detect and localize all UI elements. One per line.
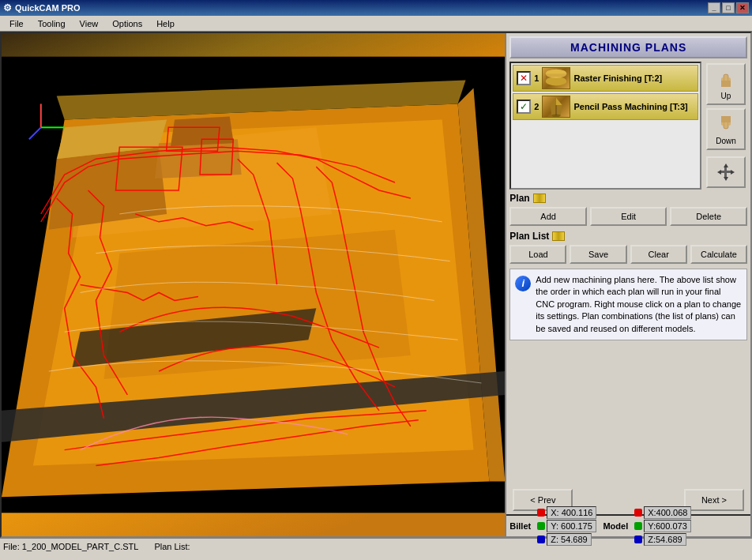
plan-checkbox-2[interactable]: ✓ xyxy=(517,100,531,114)
svg-marker-39 xyxy=(717,170,721,175)
move-button[interactable] xyxy=(706,156,746,188)
load-button[interactable]: Load xyxy=(509,245,566,264)
plan-icon-1 xyxy=(542,67,570,89)
svg-rect-36 xyxy=(724,166,727,179)
plan-buttons-row: Add Edit Delete xyxy=(506,205,750,227)
plan-section-label: Plan xyxy=(509,193,529,204)
info-text: Add new machining plans here. The above … xyxy=(536,275,741,333)
plan-section-icon xyxy=(533,194,546,203)
model-z: Z:54.689 xyxy=(644,533,686,546)
menu-options[interactable]: Options xyxy=(106,17,149,30)
model-coords: X:400.068 Y:600.073 Z:54.689 xyxy=(634,506,691,546)
app-icon: ⚙ xyxy=(3,2,12,13)
delete-button[interactable]: Delete xyxy=(670,207,747,226)
close-button[interactable]: ✕ xyxy=(736,2,749,13)
plan-label-1: Raster Finishing [T:2] xyxy=(573,73,662,83)
billet-y-dot xyxy=(537,522,545,530)
plan-list-section-icon xyxy=(552,231,565,241)
svg-marker-40 xyxy=(731,170,735,175)
billet-y: Y: 600.175 xyxy=(547,520,596,532)
menubar: File Tooling View Options Help xyxy=(0,16,752,32)
save-button[interactable]: Save xyxy=(570,245,626,264)
svg-rect-32 xyxy=(724,116,726,122)
info-icon: i xyxy=(515,276,531,291)
calculate-button[interactable]: Calculate xyxy=(690,245,747,264)
plan-checkbox-1[interactable]: ✕ xyxy=(517,71,531,85)
billet-x-dot xyxy=(537,509,545,517)
edit-button[interactable]: Edit xyxy=(590,207,667,226)
menu-file[interactable]: File xyxy=(3,17,30,30)
menu-help[interactable]: Help xyxy=(150,17,181,30)
3d-viewport[interactable] xyxy=(2,33,505,536)
move-icon xyxy=(715,161,737,183)
model-z-dot xyxy=(634,536,642,543)
right-panel: MACHINING PLANS ✕ 1 xyxy=(505,33,750,536)
plan-list-section-label: Plan List xyxy=(509,231,549,242)
billet-z: Z: 54.689 xyxy=(547,533,591,546)
main-content: MACHINING PLANS ✕ 1 xyxy=(0,32,752,538)
model-label: Model xyxy=(603,521,628,531)
svg-rect-28 xyxy=(724,81,726,87)
svg-marker-37 xyxy=(724,163,728,167)
billet-coords: X: 400.116 Y: 600.175 Z: 54.689 xyxy=(537,506,596,546)
up-button[interactable]: Up xyxy=(706,63,746,105)
maximize-button[interactable]: □ xyxy=(722,2,735,13)
svg-rect-27 xyxy=(721,81,724,87)
clear-button[interactable]: Clear xyxy=(630,245,687,264)
model-y-dot xyxy=(634,522,642,530)
minimize-button[interactable]: _ xyxy=(708,2,720,13)
info-box: i Add new machining plans here. The abov… xyxy=(509,269,747,340)
svg-marker-24 xyxy=(556,98,562,105)
plans-list: ✕ 1 Raster Finishing [T:2] xyxy=(509,62,701,190)
svg-rect-30 xyxy=(728,81,731,87)
down-label: Down xyxy=(716,137,736,145)
svg-point-22 xyxy=(546,70,566,78)
add-button[interactable]: Add xyxy=(509,207,587,226)
app-title: QuickCAM PRO xyxy=(15,3,81,13)
plan-item-2[interactable]: ✓ 2 Pencil Pass Machining [T:3] xyxy=(513,93,698,120)
titlebar-left: ⚙ QuickCAM PRO xyxy=(3,2,81,13)
svg-rect-33 xyxy=(726,116,728,122)
plans-controls: Up Dow xyxy=(705,62,747,190)
model-x: X:400.068 xyxy=(644,506,691,519)
svg-rect-31 xyxy=(721,116,724,122)
up-icon xyxy=(715,68,737,90)
file-info: File: 1_200_MODEL_PART_C.STL xyxy=(3,542,138,551)
plan-number-1: 1 xyxy=(534,73,539,83)
svg-marker-11 xyxy=(155,139,242,179)
plan-label-2: Pencil Pass Machining [T:3] xyxy=(573,102,687,111)
plan-section-bar: Plan xyxy=(509,193,747,204)
titlebar: ⚙ QuickCAM PRO _ □ ✕ xyxy=(0,0,752,16)
model-x-dot xyxy=(634,509,642,517)
toolpath-overlay xyxy=(2,33,505,536)
statusbar: Billet X: 400.116 Y: 600.175 Z: 54.689 M… xyxy=(506,514,750,536)
plan-number-2: 2 xyxy=(534,102,539,111)
titlebar-controls[interactable]: _ □ ✕ xyxy=(708,2,749,13)
plan-list-section-bar: Plan List xyxy=(509,231,747,242)
svg-rect-34 xyxy=(728,116,731,122)
billet-label: Billet xyxy=(509,521,531,531)
svg-marker-38 xyxy=(724,177,728,181)
plan-icon-2 xyxy=(542,96,570,118)
machining-plans-header: MACHINING PLANS xyxy=(509,36,747,58)
plans-area: ✕ 1 Raster Finishing [T:2] xyxy=(509,62,747,190)
billet-x: X: 400.116 xyxy=(547,506,596,519)
menu-tooling[interactable]: Tooling xyxy=(32,17,72,30)
billet-z-dot xyxy=(537,536,545,543)
svg-rect-29 xyxy=(726,81,728,87)
up-label: Up xyxy=(721,92,731,100)
model-y: Y:600.073 xyxy=(644,520,691,532)
plan-list-info: Plan List: xyxy=(154,542,190,551)
next-button[interactable]: Next > xyxy=(684,489,744,511)
plan-item-1[interactable]: ✕ 1 Raster Finishing [T:2] xyxy=(513,65,698,92)
plan-list-buttons-row: Load Save Clear Calculate xyxy=(506,243,750,265)
menu-view[interactable]: View xyxy=(73,17,105,30)
down-icon xyxy=(715,113,737,135)
down-button[interactable]: Down xyxy=(706,108,746,150)
